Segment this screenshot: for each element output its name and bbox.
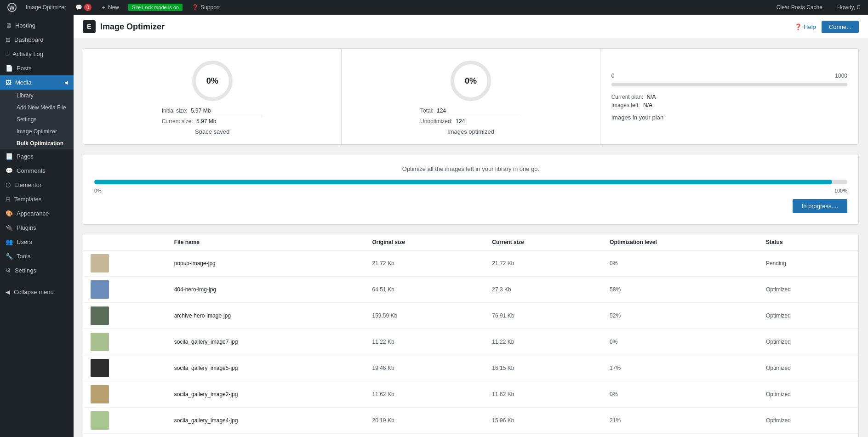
current-size-value: 5.97 Mb (196, 118, 216, 125)
new-content-button[interactable]: ＋ New (97, 0, 123, 15)
clear-cache-label: Clear Posts Cache (777, 4, 822, 11)
support-button[interactable]: ❓ Support (188, 0, 223, 15)
cell-status: Optimized (759, 277, 858, 303)
new-label: New (108, 4, 119, 11)
cell-thumb (83, 250, 167, 277)
connect-button[interactable]: Conne... (822, 21, 859, 33)
table-row: socila_gallery_image2-jpg 11.62 Kb 11.62… (83, 381, 858, 408)
progress-end-label: 100% (834, 188, 847, 193)
cell-status: Optimized (759, 355, 858, 381)
wrench-icon: 🔧 (6, 253, 13, 260)
submenu-bulk-optimization[interactable]: Bulk Optimization (0, 137, 74, 149)
cell-current-size: 21.72 Kb (485, 250, 602, 277)
header-right: ❓ Help Conne... (794, 21, 859, 33)
sidebar-item-media[interactable]: 🖼 Media ◀ (0, 75, 74, 90)
initial-size-line: Initial size: 5.97 Mb (162, 108, 263, 114)
elementor-icon: ⬡ (6, 182, 11, 188)
cell-original-size: 11.62 Kb (365, 381, 485, 408)
cell-current-size: 9.8 Kb (485, 434, 602, 437)
unoptimized-line: Unoptimized: 124 (420, 118, 521, 125)
sidebar-item-appearance[interactable]: 🎨 Appearance (0, 206, 74, 221)
cell-optimization-level: 0% (602, 434, 759, 437)
space-saved-donut: 0% (189, 58, 235, 104)
file-icon: 📄 (6, 65, 13, 72)
wp-logo-button[interactable]: W (4, 0, 20, 15)
th-optimization-level: Optimization level (602, 234, 759, 250)
in-progress-button[interactable]: In progress.... (793, 199, 847, 213)
sidebar-item-label: Elementor (14, 182, 41, 188)
cell-current-size: 15.96 Kb (485, 408, 602, 434)
site-name-button[interactable]: Image Optimizer (22, 0, 70, 15)
sidebar-item-pages[interactable]: 📃 Pages (0, 149, 74, 164)
puzzle-icon: 🔌 (6, 224, 13, 231)
sidebar-item-dashboard[interactable]: ⊞ Dashboard (0, 33, 74, 47)
table-header-row: File name Original size Current size Opt… (83, 234, 858, 250)
submenu-settings[interactable]: Settings (0, 114, 74, 125)
cell-original-size: 20.19 Kb (365, 408, 485, 434)
clear-cache-button[interactable]: Clear Posts Cache (773, 0, 826, 15)
sidebar-item-plugins[interactable]: 🔌 Plugins (0, 221, 74, 235)
sidebar-item-settings[interactable]: ⚙ Settings (0, 263, 74, 278)
sidebar-item-users[interactable]: 👥 Users (0, 235, 74, 249)
sidebar-item-tools[interactable]: 🔧 Tools (0, 249, 74, 263)
cell-thumb (83, 329, 167, 355)
sidebar-item-label: Settings (15, 267, 36, 274)
submenu-add-new[interactable]: Add New Media File (0, 102, 74, 114)
cell-filename: socila_gallery_image5-jpg (167, 355, 365, 381)
space-saved-title: Space saved (195, 128, 229, 135)
sidebar-item-label: Pages (17, 153, 34, 160)
bulk-action-row: In progress.... (94, 199, 847, 213)
image-thumbnail (91, 333, 109, 351)
file-text-icon: 📃 (6, 153, 13, 160)
image-thumbnail (91, 359, 109, 377)
help-link[interactable]: ❓ Help (794, 23, 816, 30)
cell-current-size: 16.15 Kb (485, 355, 602, 381)
sidebar-item-comments[interactable]: 💬 Comments (0, 164, 74, 178)
cell-status: Optimized (759, 303, 858, 329)
table-body: popup-image-jpg 21.72 Kb 21.72 Kb 0% Pen… (83, 250, 858, 437)
site-lock-button[interactable]: Site Lock mode is on (125, 0, 186, 15)
bar-max-label: 1000 (835, 73, 847, 79)
paint-icon: 🎨 (6, 210, 13, 217)
question-icon: ❓ (192, 4, 199, 11)
cell-original-size: 159.59 Kb (365, 303, 485, 329)
sidebar-item-elementor[interactable]: ⬡ Elementor (0, 178, 74, 192)
cell-filename: socila_gallery_image6-jpg (167, 434, 365, 437)
collapse-label: Collapse menu (14, 289, 54, 295)
sidebar-item-label: Templates (14, 196, 41, 203)
comment-count: 0 (84, 4, 91, 11)
space-saved-percent: 0% (206, 76, 218, 86)
support-label: Support (200, 4, 220, 11)
sidebar-item-posts[interactable]: 📄 Posts (0, 61, 74, 75)
cell-original-size: 19.46 Kb (365, 355, 485, 381)
th-status: Status (759, 234, 858, 250)
sidebar-item-label: Posts (17, 65, 32, 72)
unoptimized-value: 124 (456, 118, 465, 125)
cell-filename: archive-hero-image-jpg (167, 303, 365, 329)
sidebar-item-templates[interactable]: ⊟ Templates (0, 192, 74, 206)
howdy-button[interactable]: Howdy, C (834, 0, 864, 15)
collapse-menu-button[interactable]: ◀ Collapse menu (0, 285, 74, 299)
cell-optimization-level: 0% (602, 250, 759, 277)
sidebar-item-activity-log[interactable]: ≡ Activity Log (0, 47, 74, 61)
images-optimized-percent: 0% (465, 76, 477, 86)
cell-status: Optimized (759, 434, 858, 437)
submenu-library[interactable]: Library (0, 90, 74, 102)
cell-thumb (83, 303, 167, 329)
th-filename: File name (167, 234, 365, 250)
table-row: socila_gallery_image7-jpg 11.22 Kb 11.22… (83, 329, 858, 355)
sidebar-item-hosting[interactable]: 🖥 Hosting (0, 18, 74, 33)
table-row: socila_gallery_image6-jpg 9.8 Kb 9.8 Kb … (83, 434, 858, 437)
sidebar-item-label: Hosting (15, 22, 35, 29)
page-icon: E (83, 20, 96, 33)
cell-optimization-level: 17% (602, 355, 759, 381)
howdy-label: Howdy, C (837, 4, 861, 11)
image-thumbnail (91, 411, 109, 430)
image-thumbnail (91, 306, 109, 325)
images-optimized-title: Images optimized (447, 128, 494, 135)
message-icon: 💬 (6, 167, 13, 174)
submenu-image-optimizer[interactable]: Image Optimizer (0, 125, 74, 137)
table-row: archive-hero-image-jpg 159.59 Kb 76.91 K… (83, 303, 858, 329)
comments-button[interactable]: 💬 0 (72, 0, 95, 15)
cell-filename: socila_gallery_image2-jpg (167, 381, 365, 408)
